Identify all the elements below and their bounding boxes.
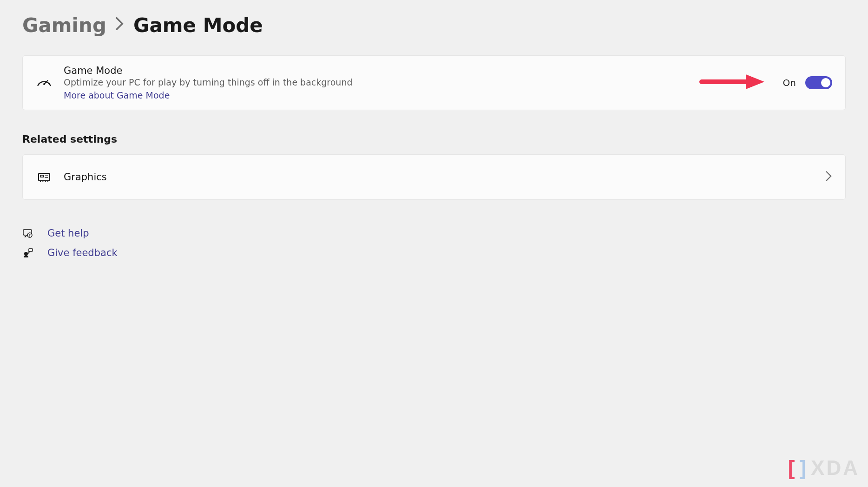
- graphics-link-card[interactable]: Graphics: [22, 154, 846, 200]
- annotation-arrow-icon: [699, 72, 764, 93]
- chevron-right-icon: [116, 17, 124, 33]
- get-help-text: Get help: [47, 228, 89, 239]
- svg-point-15: [24, 252, 28, 256]
- svg-line-1: [39, 84, 40, 84]
- xda-watermark: [] XDA: [788, 456, 860, 480]
- give-feedback-text: Give feedback: [47, 247, 118, 258]
- get-help-link[interactable]: ? Get help: [22, 228, 846, 239]
- game-mode-description: Optimize your PC for play by turning thi…: [64, 77, 699, 87]
- game-mode-card: Game Mode Optimize your PC for play by t…: [22, 55, 846, 110]
- graphics-title: Graphics: [64, 171, 826, 183]
- game-mode-link[interactable]: More about Game Mode: [64, 90, 699, 100]
- graphics-icon: [36, 169, 53, 185]
- related-settings-heading: Related settings: [22, 133, 846, 145]
- speedometer-icon: [36, 74, 53, 91]
- toggle-knob: [821, 78, 830, 87]
- breadcrumb: Gaming Game Mode: [22, 14, 846, 37]
- svg-point-0: [43, 83, 45, 85]
- svg-rect-6: [40, 175, 44, 177]
- game-mode-title: Game Mode: [64, 65, 699, 76]
- svg-marker-4: [746, 74, 764, 89]
- game-mode-toggle[interactable]: [805, 76, 832, 89]
- svg-line-2: [48, 84, 50, 84]
- svg-rect-16: [29, 249, 33, 251]
- toggle-state-label: On: [783, 77, 796, 88]
- feedback-icon: [22, 247, 33, 258]
- help-chat-icon: ?: [22, 228, 33, 239]
- svg-text:?: ?: [29, 234, 31, 237]
- breadcrumb-parent[interactable]: Gaming: [22, 14, 106, 37]
- breadcrumb-current: Game Mode: [133, 14, 263, 37]
- give-feedback-link[interactable]: Give feedback: [22, 247, 846, 258]
- chevron-right-icon: [826, 171, 832, 183]
